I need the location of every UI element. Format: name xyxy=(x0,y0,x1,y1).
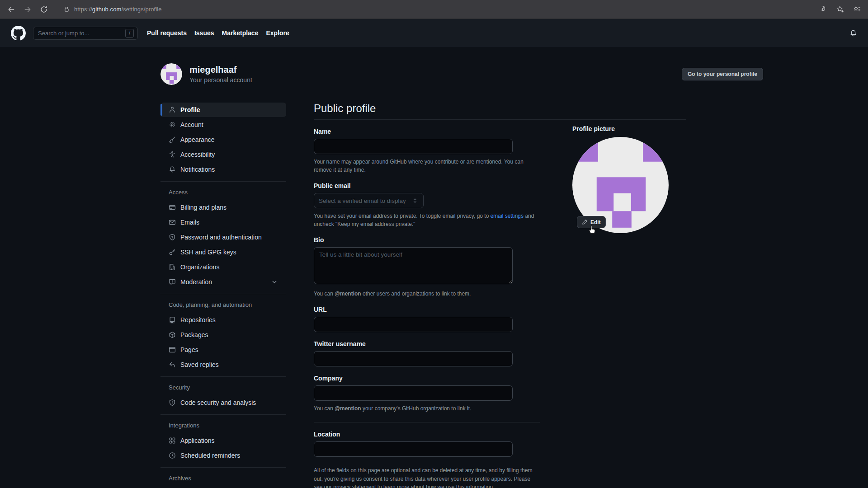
name-help: Your name may appear around GitHub where… xyxy=(314,158,542,174)
repo-icon xyxy=(169,316,176,324)
nav-issues[interactable]: Issues xyxy=(194,29,214,37)
sidebar-item-label: Password and authentication xyxy=(180,234,262,241)
help-text: your company's GitHub organization to li… xyxy=(361,405,472,412)
company-label: Company xyxy=(314,375,542,382)
help-text: other users and organizations to link to… xyxy=(361,291,471,297)
url-domain: github.com xyxy=(92,6,122,13)
sidebar-item-label: Code security and analysis xyxy=(180,399,256,406)
translate-icon[interactable] xyxy=(820,5,827,13)
nav-marketplace[interactable]: Marketplace xyxy=(222,29,259,37)
public-email-select-value: Select a verified email to display xyxy=(319,197,406,204)
github-logo[interactable] xyxy=(11,26,26,41)
browser-icon xyxy=(169,346,176,353)
sidebar-item-label: Applications xyxy=(180,437,215,444)
sidebar-item-accessibility[interactable]: Accessibility xyxy=(160,147,286,162)
reply-icon xyxy=(169,361,176,368)
sidebar-item-label: Billing and plans xyxy=(180,204,226,211)
sidebar-group: IntegrationsApplicationsScheduled remind… xyxy=(160,414,286,467)
unfold-icon xyxy=(411,197,419,204)
name-input[interactable] xyxy=(314,139,513,154)
sidebar-item-account[interactable]: Account xyxy=(160,117,286,132)
credit-card-icon xyxy=(169,204,176,211)
twitter-username-label: Twitter username xyxy=(314,340,542,347)
sidebar-item-saved-replies[interactable]: Saved replies xyxy=(160,357,286,372)
person-icon xyxy=(169,106,176,113)
twitter-username-input[interactable] xyxy=(314,351,513,366)
bell-icon[interactable] xyxy=(849,29,857,37)
sidebar-item-label: Appearance xyxy=(180,136,215,143)
key-icon xyxy=(169,249,176,256)
sidebar-item-packages[interactable]: Packages xyxy=(160,328,286,342)
sidebar-item-profile[interactable]: Profile xyxy=(160,103,286,117)
go-to-profile-button[interactable]: Go to your personal profile xyxy=(682,68,763,80)
sidebar-item-billing-and-plans[interactable]: Billing and plans xyxy=(160,200,286,215)
sidebar-item-label: Organizations xyxy=(180,263,219,271)
profile-picture[interactable]: Edit xyxy=(572,137,669,233)
url-input[interactable] xyxy=(314,317,513,332)
url-scheme: https:// xyxy=(74,6,92,13)
profile-picture-label: Profile picture xyxy=(572,125,686,132)
sidebar-item-appearance[interactable]: Appearance xyxy=(160,132,286,147)
page-username: miegelhaaf xyxy=(189,65,252,75)
shield-icon xyxy=(169,399,176,406)
url-path: /settings/profile xyxy=(121,6,161,13)
github-header: / Pull requestsIssuesMarketplaceExplore xyxy=(0,19,868,47)
sidebar-item-repositories[interactable]: Repositories xyxy=(160,313,286,327)
search-input[interactable] xyxy=(37,29,123,37)
bio-label: Bio xyxy=(314,236,542,244)
back-icon[interactable] xyxy=(7,5,15,14)
sidebar-item-emails[interactable]: Emails xyxy=(160,215,286,230)
search-box[interactable]: / xyxy=(33,27,138,40)
email-settings-link[interactable]: email settings xyxy=(491,213,524,219)
sidebar-item-moderation[interactable]: Moderation xyxy=(160,275,286,289)
bio-textarea[interactable] xyxy=(314,247,513,284)
nav-pull-requests[interactable]: Pull requests xyxy=(147,29,187,37)
company-input[interactable] xyxy=(314,385,513,401)
sidebar-group: SecurityCode security and analysis xyxy=(160,376,286,414)
browser-toolbar: https://github.com/settings/profile xyxy=(0,0,868,19)
public-email-select[interactable]: Select a verified email to display xyxy=(314,193,424,208)
sidebar-item-applications[interactable]: Applications xyxy=(160,433,286,448)
gh-nav: Pull requestsIssuesMarketplaceExplore xyxy=(147,29,289,37)
form-group-company: CompanyYou can @mention your company's G… xyxy=(314,375,542,413)
main-content: Public profile NameYour name may appear … xyxy=(314,102,686,488)
sidebar-item-label: Repositories xyxy=(180,316,216,324)
sidebar-item-label: Pages xyxy=(180,346,198,353)
sidebar-item-ssh-and-gpg-keys[interactable]: SSH and GPG keys xyxy=(160,245,286,259)
comment-alert-icon xyxy=(169,278,176,286)
paintbrush-icon xyxy=(169,136,176,143)
sidebar-item-notifications[interactable]: Notifications xyxy=(160,162,286,177)
public-email-label: Public email xyxy=(314,182,542,189)
sidebar-item-label: Emails xyxy=(180,219,199,226)
settings-sidebar: ProfileAccountAppearanceAccessibilityNot… xyxy=(160,102,286,488)
sidebar-item-organizations[interactable]: Organizations xyxy=(160,260,286,274)
location-label: Location xyxy=(314,431,542,438)
refresh-icon[interactable] xyxy=(40,5,48,14)
sidebar-section-header-integrations: Integrations xyxy=(160,419,286,433)
sidebar-item-label: Profile xyxy=(180,106,200,113)
chevron-down-icon xyxy=(271,278,278,286)
organization-icon xyxy=(169,263,176,271)
forward-icon[interactable] xyxy=(24,5,32,14)
sidebar-section-header-code-planning-and-automation: Code, planning, and automation xyxy=(160,298,286,312)
profile-header-row: miegelhaaf Your personal account Go to y… xyxy=(160,63,763,85)
sidebar-item-scheduled-reminders[interactable]: Scheduled reminders xyxy=(160,448,286,463)
location-input[interactable] xyxy=(314,441,513,457)
sidebar-item-code-security-and-analysis[interactable]: Code security and analysis xyxy=(160,395,286,410)
sidebar-item-label: Account xyxy=(180,121,203,128)
profile-picture-section: Profile picture Edit xyxy=(572,120,686,488)
sidebar-item-label: Notifications xyxy=(180,166,215,173)
address-bar[interactable]: https://github.com/settings/profile xyxy=(63,6,811,13)
favorites-icon[interactable] xyxy=(853,5,861,13)
form-group-name: NameYour name may appear around GitHub w… xyxy=(314,128,542,174)
mouse-cursor xyxy=(587,225,598,236)
nav-explore[interactable]: Explore xyxy=(266,29,289,37)
sidebar-item-pages[interactable]: Pages xyxy=(160,343,286,357)
sidebar-item-password-and-authentication[interactable]: Password and authentication xyxy=(160,230,286,244)
optional-fields-note: All of the fields on this page are optio… xyxy=(314,466,540,488)
add-favorite-icon[interactable] xyxy=(836,5,844,13)
avatar[interactable] xyxy=(160,63,182,85)
form-group-public-email: Public emailSelect a verified email to d… xyxy=(314,182,542,228)
sidebar-group: Archives xyxy=(160,467,286,488)
url-text: https://github.com/settings/profile xyxy=(74,6,162,13)
